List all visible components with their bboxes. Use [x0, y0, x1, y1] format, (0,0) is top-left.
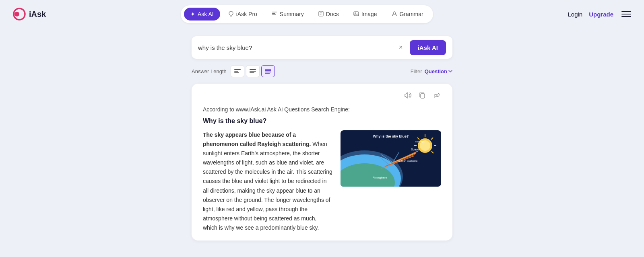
- nav-label-ask-ai: Ask AI: [198, 11, 214, 17]
- logo-text: iAsk: [29, 10, 46, 19]
- upgrade-button[interactable]: Upgrade: [589, 11, 613, 18]
- svg-rect-3: [272, 13, 275, 14]
- nav-item-grammar[interactable]: Grammar: [385, 8, 430, 21]
- chevron-down-icon: [448, 70, 452, 73]
- length-medium-button[interactable]: [246, 65, 260, 77]
- audio-icon[interactable]: [404, 92, 412, 100]
- controls-bar: Answer Length: [192, 65, 452, 77]
- svg-rect-15: [265, 70, 271, 71]
- answer-length-control: Answer Length: [192, 65, 275, 77]
- logo[interactable]: iAsk: [13, 8, 46, 21]
- nav-item-docs[interactable]: Docs: [312, 8, 345, 21]
- attribution-link[interactable]: www.iAsk.ai: [236, 106, 266, 113]
- length-short-button[interactable]: [231, 65, 244, 77]
- result-text: The sky appears blue because of a phenom…: [203, 130, 332, 232]
- ask-ai-icon: ✦: [190, 11, 195, 17]
- menu-icon[interactable]: [621, 9, 631, 19]
- copy-icon[interactable]: [419, 92, 427, 100]
- rayleigh-diagram: Why is the sky blue? Space Atmosphere: [341, 130, 441, 187]
- svg-rect-11: [250, 69, 256, 70]
- svg-rect-14: [265, 69, 271, 70]
- summary-icon: [272, 11, 277, 18]
- grammar-icon: [392, 11, 397, 18]
- result-attribution: According to www.iAsk.ai Ask Ai Question…: [203, 106, 441, 113]
- svg-point-1: [14, 12, 19, 16]
- svg-rect-17: [265, 73, 270, 74]
- result-body-text: When sunlight enters Earth's atmosphere,…: [203, 141, 332, 231]
- nav-label-summary: Summary: [280, 11, 304, 17]
- result-bold-intro: The sky appears blue because of a phenom…: [203, 132, 311, 147]
- card-toolbar: [203, 92, 441, 100]
- logo-icon: [13, 8, 26, 21]
- header-right: Login Upgrade: [568, 9, 631, 19]
- login-button[interactable]: Login: [568, 11, 582, 18]
- length-long-button[interactable]: [261, 65, 275, 77]
- svg-rect-13: [250, 72, 254, 73]
- filter-value: Question: [425, 68, 452, 74]
- header: iAsk ✦ Ask AI iAsk Pro: [0, 0, 644, 28]
- docs-icon: [318, 11, 324, 18]
- result-body: The sky appears blue because of a phenom…: [203, 130, 441, 232]
- svg-point-7: [355, 12, 355, 13]
- nav-item-ask-ai[interactable]: ✦ Ask AI: [184, 8, 220, 21]
- svg-text:Space: Space: [411, 148, 419, 151]
- main-content: × iAsk AI Answer Length: [185, 28, 459, 241]
- search-bar: × iAsk AI: [192, 36, 452, 59]
- svg-text:Atmosphere: Atmosphere: [373, 176, 387, 179]
- svg-rect-8: [234, 69, 241, 70]
- svg-rect-18: [421, 94, 425, 98]
- svg-text:Sun rays: Sun rays: [415, 140, 425, 143]
- nav-label-image: Image: [361, 11, 377, 17]
- clear-button[interactable]: ×: [397, 43, 405, 51]
- length-options: [231, 65, 275, 77]
- svg-rect-2: [272, 12, 277, 12]
- iask-pro-icon: [228, 11, 234, 18]
- image-icon: [353, 11, 359, 18]
- svg-rect-12: [250, 71, 256, 72]
- nav-label-grammar: Grammar: [400, 11, 423, 17]
- svg-rect-9: [234, 71, 238, 72]
- svg-rect-6: [354, 12, 359, 16]
- nav-item-iask-pro[interactable]: iAsk Pro: [222, 8, 264, 21]
- main-nav: ✦ Ask AI iAsk Pro Summary: [181, 5, 433, 23]
- svg-rect-4: [272, 14, 276, 15]
- svg-rect-10: [234, 72, 239, 73]
- svg-text:Why is the sky blue?: Why is the sky blue?: [373, 134, 409, 138]
- ask-button[interactable]: iAsk AI: [410, 40, 446, 55]
- filter-control[interactable]: Filter Question: [411, 68, 452, 74]
- svg-text:Rayleigh scattering: Rayleigh scattering: [397, 160, 417, 162]
- nav-label-docs: Docs: [326, 11, 339, 17]
- search-input[interactable]: [198, 44, 397, 51]
- svg-rect-16: [265, 72, 271, 72]
- filter-label: Filter: [411, 68, 422, 74]
- result-image: Why is the sky blue? Space Atmosphere: [341, 130, 441, 187]
- answer-length-label: Answer Length: [192, 68, 227, 74]
- nav-item-summary[interactable]: Summary: [265, 8, 310, 21]
- nav-label-iask-pro: iAsk Pro: [236, 11, 257, 17]
- link-icon[interactable]: [433, 92, 441, 100]
- result-card: According to www.iAsk.ai Ask Ai Question…: [192, 84, 452, 241]
- result-question: Why is the sky blue?: [203, 117, 441, 125]
- nav-item-image[interactable]: Image: [347, 8, 384, 21]
